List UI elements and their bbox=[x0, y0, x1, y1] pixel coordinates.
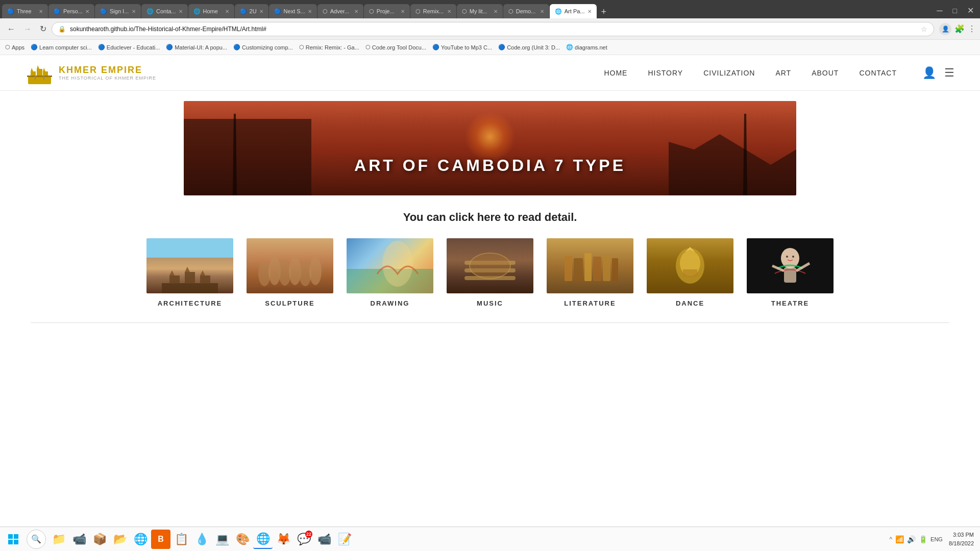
tab-close[interactable]: ✕ bbox=[354, 9, 358, 14]
taskbar-vscode[interactable]: 💻 bbox=[212, 530, 232, 549]
site-logo[interactable]: KHMER EMPIRE THE HISTORICAL OF KHMER EMP… bbox=[26, 59, 156, 87]
svg-marker-6 bbox=[43, 68, 45, 71]
address-text: sokunthearoth.github.io/The-Historical-o… bbox=[70, 26, 917, 33]
tab-conta[interactable]: 🌐 Conta... ✕ bbox=[141, 4, 188, 18]
bookmark-youtube[interactable]: 🔵 YouTube to Mp3 C... bbox=[432, 44, 492, 51]
menu-icon[interactable]: ☰ bbox=[944, 66, 954, 80]
tab-proje[interactable]: ⬡ Proje... ✕ bbox=[364, 4, 410, 18]
tab-perso[interactable]: 🔵 Perso... ✕ bbox=[48, 4, 94, 18]
tab-close[interactable]: ✕ bbox=[540, 9, 544, 14]
svg-rect-31 bbox=[574, 258, 583, 281]
tab-close[interactable]: ✕ bbox=[447, 9, 451, 14]
user-icon[interactable]: 👤 bbox=[922, 66, 936, 80]
logo-subtitle: THE HISTORICAL OF KHMER EMPIRE bbox=[59, 76, 156, 81]
tab-close[interactable]: ✕ bbox=[179, 9, 183, 14]
bookmark-codeorg2[interactable]: 🔵 Code.org (Unit 3: D... bbox=[498, 44, 560, 51]
taskbar-search-button[interactable]: 🔍 bbox=[27, 530, 46, 549]
bookmark-codeorg[interactable]: ⬡ Code.org Tool Docu... bbox=[365, 44, 426, 51]
taskbar-dropbox[interactable]: 💧 bbox=[192, 530, 211, 549]
tab-close[interactable]: ✕ bbox=[132, 9, 136, 14]
bookmark-material[interactable]: 🔵 Material-UI: A popu... bbox=[166, 44, 227, 51]
taskbar-file-explorer[interactable]: 📁 bbox=[49, 530, 68, 549]
tab-close[interactable]: ✕ bbox=[259, 9, 263, 14]
svg-rect-34 bbox=[603, 255, 610, 281]
tab-close[interactable]: ✕ bbox=[308, 9, 312, 14]
taskbar-firefox[interactable]: 🦊 bbox=[274, 530, 293, 549]
taskbar-teams[interactable]: 📹 bbox=[69, 530, 89, 549]
svg-rect-13 bbox=[200, 276, 210, 284]
bookmark-customizing[interactable]: 🔵 Customizing comp... bbox=[233, 44, 293, 51]
bookmark-icon[interactable]: ☆ bbox=[921, 25, 927, 33]
lang-label[interactable]: ENG bbox=[930, 536, 946, 542]
tab-close[interactable]: ✕ bbox=[225, 9, 229, 14]
tab-2u[interactable]: 🔵 2U ✕ bbox=[235, 4, 268, 18]
tab-sign[interactable]: 🔵 Sign I... ✕ bbox=[95, 4, 141, 18]
nav-history[interactable]: HISTORY bbox=[648, 69, 683, 77]
tab-mylit[interactable]: ⬡ My lit... ✕ bbox=[457, 4, 503, 18]
taskbar-edge[interactable]: 🌐 bbox=[131, 530, 150, 549]
tab-remix[interactable]: ⬡ Remix... ✕ bbox=[410, 4, 456, 18]
maximize-button[interactable]: □ bbox=[949, 7, 961, 15]
close-button[interactable]: ✕ bbox=[963, 6, 978, 15]
taskbar-notepad[interactable]: 📝 bbox=[335, 530, 354, 549]
bookmark-diagrams[interactable]: 🌐 diagrams.net bbox=[566, 44, 607, 51]
tab-home[interactable]: 🌐 Home ✕ bbox=[188, 4, 234, 18]
taskbar-messenger[interactable]: 💬 22 bbox=[294, 530, 313, 549]
tab-adve[interactable]: ⬡ Adver... ✕ bbox=[317, 4, 363, 18]
back-button[interactable]: ← bbox=[4, 23, 18, 35]
tab-artpa-active[interactable]: 🌐 Art Pa... ✕ bbox=[550, 4, 597, 18]
new-tab-button[interactable]: + bbox=[597, 7, 611, 17]
tab-next[interactable]: 🔵 Next S... ✕ bbox=[269, 4, 317, 18]
art-card-architecture[interactable]: ARCHITECTURE bbox=[146, 238, 233, 307]
tab-close[interactable]: ✕ bbox=[39, 9, 43, 14]
art-card-label-literature: LITERATURE bbox=[564, 299, 616, 307]
art-card-music[interactable]: MUSIC bbox=[447, 238, 533, 307]
taskbar-folder[interactable]: 📂 bbox=[110, 530, 130, 549]
volume-icon[interactable]: 🔊 bbox=[907, 535, 916, 543]
tab-close[interactable]: ✕ bbox=[85, 9, 89, 14]
art-card-img-music bbox=[447, 238, 533, 293]
extensions-icon[interactable]: 🧩 bbox=[954, 24, 965, 34]
tab-label: Remix... bbox=[423, 8, 445, 14]
nav-contact[interactable]: CONTACT bbox=[859, 69, 897, 77]
bookmark-apps[interactable]: ⬡ Apps bbox=[5, 44, 24, 51]
svg-rect-12 bbox=[185, 272, 195, 284]
nav-about[interactable]: ABOUT bbox=[812, 69, 839, 77]
art-card-sculpture[interactable]: SCULPTURE bbox=[247, 238, 333, 307]
network-icon[interactable]: 📶 bbox=[895, 535, 904, 543]
tab-close[interactable]: ✕ bbox=[494, 9, 498, 14]
art-card-drawing[interactable]: DRAWING bbox=[347, 238, 433, 307]
bookmark-educlever[interactable]: 🔵 Educlever - Educati... bbox=[98, 44, 160, 51]
start-button[interactable] bbox=[3, 529, 23, 549]
logo-icon bbox=[26, 59, 54, 87]
bookmark-remix[interactable]: ⬡ Remix: Remix: - Ga... bbox=[299, 44, 359, 51]
taskbar-todo[interactable]: 📋 bbox=[172, 530, 191, 549]
taskbar-photoshop[interactable]: 🎨 bbox=[233, 530, 252, 549]
bookmark-learn[interactable]: 🔵 Learn computer sci... bbox=[31, 44, 92, 51]
art-card-label-drawing: DRAWING bbox=[371, 299, 410, 307]
reload-button[interactable]: ↻ bbox=[37, 23, 50, 35]
section-title: You can click here to read detail. bbox=[31, 211, 949, 224]
tab-label: Three bbox=[17, 8, 36, 14]
tab-demo[interactable]: ⬡ Demo... ✕ bbox=[503, 4, 549, 18]
art-card-dance[interactable]: DANCE bbox=[647, 238, 733, 307]
tab-close[interactable]: ✕ bbox=[587, 9, 592, 14]
forward-button[interactable]: → bbox=[20, 23, 35, 35]
taskbar-zoom[interactable]: 📹 bbox=[314, 530, 334, 549]
settings-icon[interactable]: ⋮ bbox=[968, 24, 976, 34]
art-card-theatre[interactable]: THEATRE bbox=[747, 238, 834, 307]
tab-three[interactable]: 🔵 Three ✕ bbox=[2, 4, 48, 18]
tray-chevron[interactable]: ^ bbox=[889, 536, 892, 543]
minimize-button[interactable]: ─ bbox=[933, 6, 946, 15]
nav-civilization[interactable]: CIVILIZATION bbox=[703, 69, 755, 77]
tab-close[interactable]: ✕ bbox=[401, 9, 405, 14]
taskbar-chrome[interactable]: 🌐 bbox=[253, 530, 273, 549]
nav-art[interactable]: ART bbox=[775, 69, 791, 77]
address-bar[interactable]: 🔒 sokunthearoth.github.io/The-Historical… bbox=[52, 22, 934, 36]
profile-icon[interactable]: 👤 bbox=[939, 23, 951, 35]
taskbar-brave[interactable]: B bbox=[151, 530, 170, 549]
taskbar-amazon[interactable]: 📦 bbox=[90, 530, 109, 549]
clock[interactable]: 3:03 PM 8/18/2022 bbox=[949, 531, 974, 547]
art-card-literature[interactable]: LITERATURE bbox=[547, 238, 633, 307]
nav-home[interactable]: HOME bbox=[604, 69, 627, 77]
